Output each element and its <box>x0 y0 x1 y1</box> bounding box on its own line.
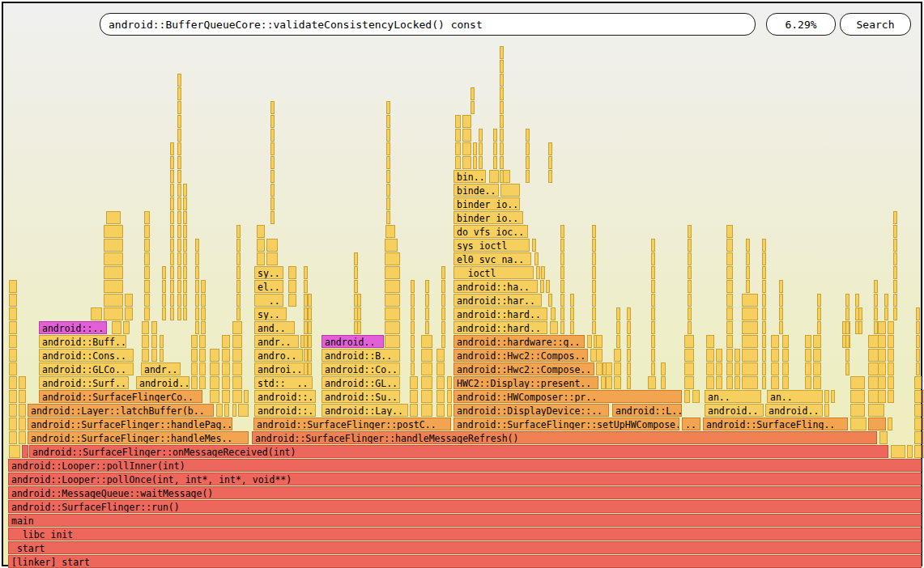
flame-frame-fill[interactable] <box>266 239 278 252</box>
flame-frame-fill[interactable] <box>421 390 432 403</box>
flame-frame-fill[interactable] <box>201 321 206 334</box>
flame-frame-fill[interactable] <box>177 115 181 128</box>
flame-frame-fill[interactable] <box>385 307 400 320</box>
flame-frame-fill[interactable] <box>177 87 181 100</box>
flame-frame-fill[interactable] <box>385 225 395 238</box>
flame-frame-fill[interactable] <box>195 252 199 265</box>
flame-frame-fill[interactable] <box>726 280 733 293</box>
flame-frame-fill[interactable] <box>716 376 722 389</box>
flame-frame-fill[interactable] <box>779 294 783 307</box>
flame-frame-fill[interactable] <box>142 335 149 348</box>
flame-frame-fill[interactable] <box>9 376 17 389</box>
flame-frame-fill[interactable] <box>916 349 920 362</box>
flame-frame-fill[interactable] <box>742 349 758 362</box>
flame-frame-fill[interactable] <box>224 404 229 417</box>
flame-frame[interactable]: std::__.. <box>254 376 313 389</box>
flame-frame-fill[interactable] <box>308 321 312 334</box>
flame-frame-fill[interactable] <box>447 390 452 403</box>
flame-frame-fill[interactable] <box>191 335 198 348</box>
flame-frame-fill[interactable] <box>162 294 166 307</box>
flame-frame-fill[interactable] <box>914 390 922 403</box>
flame-frame-fill[interactable] <box>177 294 181 307</box>
flame-frame[interactable]: android::ha.. <box>453 280 538 293</box>
flame-frame-fill[interactable] <box>479 129 483 142</box>
flame-frame-fill[interactable] <box>436 376 445 389</box>
flame-frame-fill[interactable] <box>170 239 174 252</box>
flame-frame-fill[interactable] <box>782 335 789 348</box>
flame-frame-fill[interactable] <box>125 307 133 320</box>
flame-frame-fill[interactable] <box>183 266 187 279</box>
flame-frame-fill[interactable] <box>762 349 766 362</box>
flame-frame[interactable]: android::Lay.. <box>321 404 408 417</box>
flame-frame-fill[interactable] <box>845 307 849 320</box>
flame-frame-fill[interactable] <box>726 349 733 362</box>
flame-frame-fill[interactable] <box>19 376 26 389</box>
flame-frame-fill[interactable] <box>762 362 766 375</box>
flame-frame-fill[interactable] <box>779 321 783 334</box>
search-input[interactable] <box>100 13 756 36</box>
flame-frame[interactable]: android::.. <box>39 321 107 334</box>
flame-frame-fill[interactable] <box>888 335 894 348</box>
flame-frame-fill[interactable] <box>385 239 398 252</box>
flame-frame-fill[interactable] <box>385 321 400 334</box>
flame-frame-fill[interactable] <box>410 404 418 417</box>
flame-frame-fill[interactable] <box>191 349 198 362</box>
flame-frame-fill[interactable] <box>9 404 17 417</box>
flame-frame-fill[interactable] <box>104 225 123 238</box>
flame-frame[interactable]: el0_svc_na.. <box>453 252 531 265</box>
flame-frame-fill[interactable] <box>661 376 666 389</box>
flame-frame[interactable]: an.. <box>767 390 823 403</box>
flame-frame-fill[interactable] <box>9 349 17 362</box>
flame-frame-fill[interactable] <box>771 376 779 389</box>
flame-frame-fill[interactable] <box>493 156 497 169</box>
flame-frame-fill[interactable] <box>884 307 888 320</box>
flame-frame-fill[interactable] <box>222 349 230 362</box>
flame-frame-fill[interactable] <box>411 362 415 375</box>
flame-frame-fill[interactable] <box>570 321 574 334</box>
flame-frame-fill[interactable] <box>850 376 865 389</box>
flame-frame-fill[interactable] <box>627 376 631 389</box>
flame-frame-fill[interactable] <box>726 294 733 307</box>
flame-frame-fill[interactable] <box>726 362 733 375</box>
flame-frame-fill[interactable] <box>540 280 544 293</box>
flame-frame-fill[interactable] <box>232 404 236 417</box>
flame-frame-fill[interactable] <box>782 362 789 375</box>
flame-frame-fill[interactable] <box>222 390 230 403</box>
flame-frame-fill[interactable] <box>385 252 400 265</box>
flame-frame-fill[interactable] <box>560 280 564 293</box>
flame-frame[interactable]: android::SurfaceFlinger::setUpHWCompose.… <box>453 418 679 430</box>
flame-frame-fill[interactable] <box>455 129 461 142</box>
flame-frame[interactable]: androi.. <box>254 362 304 375</box>
flame-frame[interactable]: android::SurfaceFlinger::handleMes.. <box>28 431 249 444</box>
flame-frame-fill[interactable] <box>170 170 174 183</box>
flame-frame-fill[interactable] <box>410 390 418 403</box>
flame-frame-fill[interactable] <box>762 239 766 252</box>
flame-frame-fill[interactable] <box>177 280 181 293</box>
flame-frame-fill[interactable] <box>441 321 445 334</box>
flame-frame-fill[interactable] <box>170 156 174 169</box>
flame-frame-fill[interactable] <box>651 252 655 265</box>
flame-frame-fill[interactable] <box>706 335 714 348</box>
flame-frame-fill[interactable] <box>742 335 758 348</box>
flame-frame-fill[interactable] <box>805 349 811 362</box>
flame-frame-fill[interactable] <box>771 335 779 348</box>
flame-frame[interactable]: android::GLCo.. <box>39 362 134 375</box>
flame-frame-fill[interactable] <box>878 349 886 362</box>
flame-frame-fill[interactable] <box>592 266 596 279</box>
flame-frame-fill[interactable] <box>546 280 550 293</box>
flame-frame-fill[interactable] <box>436 390 445 403</box>
flame-frame[interactable]: android::hardware::g.. <box>453 335 585 348</box>
flame-frame-fill[interactable] <box>688 252 692 265</box>
flame-frame-fill[interactable] <box>592 239 596 252</box>
flame-frame-fill[interactable] <box>151 335 157 348</box>
flame-frame-fill[interactable] <box>385 266 400 279</box>
flame-frame-fill[interactable] <box>548 294 552 307</box>
flame-frame-fill[interactable] <box>177 225 181 238</box>
flame-frame-fill[interactable] <box>596 349 603 362</box>
flame-frame-fill[interactable] <box>308 294 312 307</box>
flame-frame-fill[interactable] <box>888 321 894 334</box>
flame-frame-fill[interactable] <box>762 294 766 307</box>
flame-frame[interactable]: android::SurfaceFling.. <box>703 418 848 430</box>
flame-frame-fill[interactable] <box>170 142 174 155</box>
flame-frame-fill[interactable] <box>592 321 596 334</box>
